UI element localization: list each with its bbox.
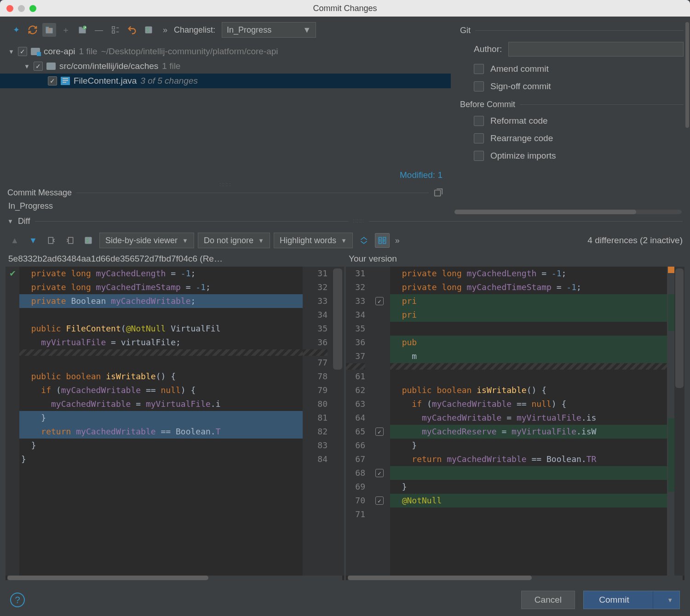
svg-rect-15 <box>48 237 53 243</box>
undo-icon[interactable] <box>125 23 139 37</box>
dialog-button-bar: ? Cancel Commit ▼ <box>0 584 690 616</box>
reformat-checkbox[interactable] <box>474 116 484 126</box>
add-icon[interactable]: ＋ <box>59 23 73 37</box>
overflow-icon[interactable]: » <box>163 25 167 35</box>
checklist-icon[interactable] <box>142 23 155 37</box>
optimize-checkbox[interactable] <box>474 151 484 161</box>
scrollbar-thumb[interactable] <box>685 22 689 128</box>
line-include-checkbox[interactable]: ✓ <box>375 496 384 505</box>
tree-package-row[interactable]: ▼ ✓ src/com/intellij/ide/caches 1 file <box>8 59 451 74</box>
left-code[interactable]: private long myCachedLength = -1; privat… <box>19 267 303 576</box>
export-right-icon[interactable] <box>63 233 77 248</box>
svg-rect-14 <box>435 190 441 196</box>
show-diff-icon[interactable]: ✦ <box>9 23 23 37</box>
export-left-icon[interactable] <box>44 233 59 248</box>
diff-section-label: Diff <box>18 217 30 226</box>
checkbox[interactable]: ✓ <box>48 76 57 86</box>
disclosure-icon[interactable]: ▼ <box>8 48 14 55</box>
splitter-handle[interactable]: ⸬⸬⸬ <box>353 218 364 224</box>
prev-diff-icon[interactable]: ▲ <box>7 233 22 248</box>
modified-count: Modified: 1 <box>0 167 451 182</box>
fold-indicator[interactable] <box>19 349 303 356</box>
next-diff-icon[interactable]: ▼ <box>26 233 40 248</box>
diff-panes: 5e8332b2ad63484aa1d66de356572d7fbd7f04c6… <box>0 253 690 584</box>
refresh-icon[interactable] <box>26 23 40 37</box>
git-options-panel: Git Author: Amend commit Sign-off commit… <box>451 17 690 214</box>
svg-rect-8 <box>112 31 115 33</box>
cancel-button[interactable]: Cancel <box>521 591 575 609</box>
checkbox[interactable]: ✓ <box>18 47 27 56</box>
help-button[interactable]: ? <box>10 593 25 607</box>
chevron-down-icon: ▼ <box>303 25 311 35</box>
history-icon[interactable] <box>433 188 443 198</box>
right-scroll-gutter[interactable] <box>674 267 684 576</box>
sync-scroll-icon[interactable] <box>375 233 390 248</box>
left-revision-title: 5e8332b2ad63484aa1d66de356572d7fbd7f04c6… <box>6 253 344 267</box>
remove-icon[interactable]: ↗ <box>75 23 89 37</box>
git-section-title: Git <box>460 26 471 35</box>
right-minimap[interactable] <box>667 267 674 576</box>
chevron-down-icon: ▼ <box>341 237 347 244</box>
module-icon <box>31 48 40 55</box>
changes-toolbar: ✦ ? ＋ ↗ — <box>0 17 451 42</box>
collapse-unchanged-icon[interactable] <box>356 233 371 248</box>
tree-module-row[interactable]: ▼ ✓ core-api 1 file ~/Desktop/intellij-c… <box>8 44 451 59</box>
svg-rect-11 <box>63 78 68 79</box>
chevron-down-icon: ▼ <box>258 237 264 244</box>
splitter-handle[interactable]: ⸬⸬⸬ <box>0 182 451 188</box>
diff-count: 4 differences (2 inactive) <box>587 235 683 245</box>
line-include-checkbox[interactable]: ✓ <box>375 469 384 477</box>
horizontal-scrollbar[interactable] <box>454 210 682 214</box>
java-file-icon <box>61 77 70 85</box>
signoff-checkbox[interactable] <box>474 81 484 91</box>
highlight-select[interactable]: Highlight words▼ <box>274 233 353 248</box>
check-gutter[interactable]: ✓✓✓✓ <box>369 267 390 576</box>
right-hscroll[interactable] <box>348 576 683 580</box>
right-revision-title: Your version <box>346 253 684 267</box>
rearrange-checkbox[interactable] <box>474 133 484 143</box>
whitespace-select[interactable]: Do not ignore▼ <box>198 233 270 248</box>
window-title: Commit Changes <box>0 4 690 13</box>
diff-disclosure-icon[interactable]: ▼ <box>7 218 13 225</box>
titlebar: Commit Changes <box>0 0 690 17</box>
expand-all-icon[interactable] <box>109 23 122 37</box>
folder-icon <box>46 63 56 70</box>
chevron-down-icon: ▼ <box>182 237 188 244</box>
left-gutter: 3132333435367778798081828384 <box>303 267 331 576</box>
changelist-label: Changelist: <box>174 25 215 35</box>
svg-rect-4 <box>79 27 82 28</box>
svg-rect-12 <box>63 80 68 81</box>
tree-file-row[interactable]: ✓ FileContent.java 3 of 5 changes <box>0 74 451 88</box>
overflow-icon[interactable]: » <box>395 236 400 245</box>
group-by-icon[interactable]: ? <box>42 23 56 37</box>
right-code[interactable]: private long myCachedLength = -1; privat… <box>390 267 667 576</box>
check-icon: ✔ <box>9 268 16 279</box>
before-commit-title: Before Commit <box>460 100 515 109</box>
svg-text:?: ? <box>48 28 51 33</box>
checkbox[interactable]: ✓ <box>34 62 43 71</box>
viewer-mode-select[interactable]: Side-by-side viewer▼ <box>99 233 194 248</box>
svg-rect-16 <box>69 237 73 243</box>
disclosure-icon[interactable]: ▼ <box>24 63 30 70</box>
amend-checkbox[interactable] <box>474 64 484 74</box>
fold-indicator[interactable] <box>390 363 667 370</box>
minus-icon[interactable]: — <box>92 23 106 37</box>
commit-button[interactable]: Commit ▼ <box>583 591 680 609</box>
line-include-checkbox[interactable]: ✓ <box>375 297 384 305</box>
checklist-icon[interactable] <box>81 233 96 248</box>
right-gutter: 313233343536376162636465666768697071 <box>346 267 369 576</box>
line-include-checkbox[interactable]: ✓ <box>375 428 384 436</box>
left-hscroll[interactable] <box>7 576 342 580</box>
diff-toolbar: ▲ ▼ Side-by-side viewer▼ Do not ignore▼ … <box>0 228 690 253</box>
author-label: Author: <box>474 44 502 54</box>
changelist-value: In_Progress <box>227 25 271 35</box>
author-input[interactable] <box>508 42 684 57</box>
changes-tree[interactable]: ▼ ✓ core-api 1 file ~/Desktop/intellij-c… <box>0 42 451 167</box>
svg-text:↗: ↗ <box>83 26 86 30</box>
changelist-combo[interactable]: In_Progress ▼ <box>222 22 316 38</box>
svg-rect-13 <box>63 82 66 83</box>
commit-message-label: Commit Message <box>7 188 72 198</box>
commit-message-input[interactable]: In_Progress <box>7 200 443 214</box>
svg-rect-7 <box>112 27 115 29</box>
left-scroll-gutter[interactable] <box>331 267 344 576</box>
